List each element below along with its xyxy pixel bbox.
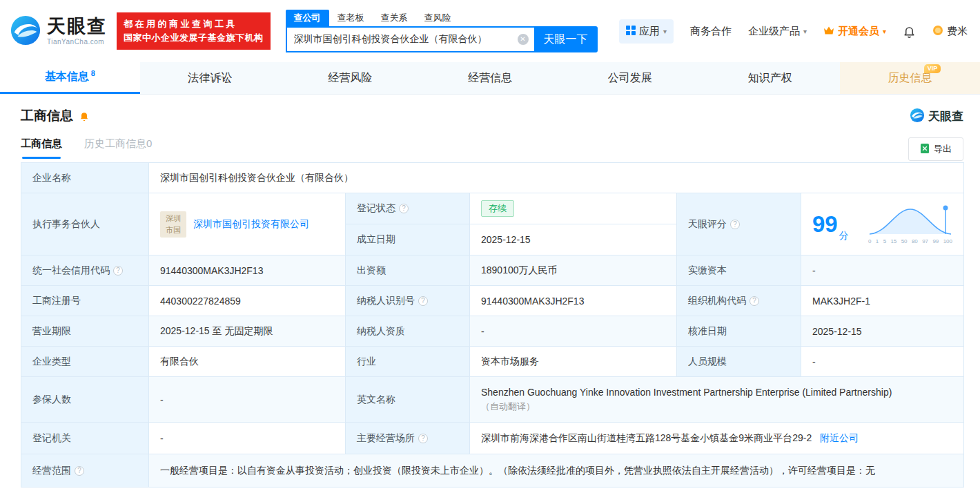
uscc-value: 91440300MAK3JH2F13 [149, 255, 346, 286]
slogan-line1: 都在用的商业查询工具 [124, 17, 264, 31]
notifications-bell-button[interactable] [903, 25, 916, 38]
company-nav-tabs: 基本信息 8 法律诉讼 经营风险 经营信息 公司发展 知识产权 历史信息 VIP [0, 62, 980, 95]
enterprise-products-menu[interactable]: 企业级产品 ▾ [748, 25, 807, 38]
vip-badge: VIP [924, 64, 941, 73]
table-row: 参保人数 - 英文名称 Shenzhen Guochuang Yinke Inn… [21, 377, 964, 423]
help-icon[interactable]: ? [399, 204, 409, 213]
tab-basic-info[interactable]: 基本信息 8 [0, 62, 140, 94]
tianyancha-logo[interactable]: 天眼查 TianYanCha.com [10, 15, 107, 48]
help-icon[interactable]: ? [730, 220, 740, 229]
export-button[interactable]: 导出 [908, 137, 963, 161]
table-row: 统一社会信用代码? 91440300MAK3JH2F13 出资额 1890100… [21, 255, 964, 286]
table-row: 登记机关 - 主要经营场所? 深圳市前海深港合作区南山街道桂湾五路128号基金小… [21, 423, 964, 454]
en-name-value: Shenzhen Guochuang Yinke Innovation Inve… [470, 377, 964, 423]
watermark-brand-name: 天眼查 [928, 108, 963, 124]
reg-status-label-text: 登记状态 [357, 202, 395, 213]
user-account-menu[interactable]: 费米 [932, 25, 968, 38]
slogan-badge: 都在用的商业查询工具 国家中小企业发展子基金旗下机构 [117, 12, 271, 50]
apps-grid-icon [626, 26, 636, 37]
partner-value: 深圳市国 深圳市国创引投资有限公司 [149, 193, 346, 255]
authority-value: - [149, 423, 346, 454]
paid-capital-value: - [801, 255, 964, 286]
logo-text: 天眼查 TianYanCha.com [47, 17, 107, 46]
help-icon[interactable]: ? [75, 466, 84, 476]
help-icon[interactable]: ? [113, 266, 123, 276]
table-row: 营业期限 2025-12-15 至 无固定期限 纳税人资质 - 核准日期 202… [21, 316, 964, 347]
approval-date-value: 2025-12-15 [801, 316, 964, 347]
taxpayer-quali-label: 纳税人资质 [346, 316, 470, 347]
search-area: 查公司 查老板 查关系 查风险 ✕ 天眼一下 [286, 10, 598, 52]
address-label-text: 主要经营场所 [357, 432, 415, 443]
en-name-label: 英文名称 [346, 377, 470, 423]
table-row: 工商注册号 440300227824859 纳税人识别号? 91440300MA… [21, 286, 964, 316]
table-row: 企业名称 深圳市国创引科创投资合伙企业（有限合伙） [21, 163, 964, 193]
open-vip-label: 开通会员 [838, 25, 879, 38]
company-type-value: 有限合伙 [149, 347, 346, 377]
search-input[interactable] [294, 34, 518, 45]
nearby-companies-link[interactable]: 附近公司 [820, 432, 859, 443]
apps-menu-button[interactable]: 应用 ▾ [619, 19, 674, 44]
subtab-history-business-info[interactable]: 历史工商信息0 [84, 137, 152, 159]
help-icon[interactable]: ? [749, 296, 759, 306]
reg-status-value: 存续 [470, 193, 677, 224]
subtabs-row: 工商信息 历史工商信息0 导出 [21, 137, 963, 161]
company-name-value: 深圳市国创引科创投资合伙企业（有限合伙） [149, 163, 964, 193]
uscc-label-text: 统一社会信用代码 [32, 264, 110, 276]
tab-intellectual-property[interactable]: 知识产权 [700, 62, 840, 94]
taxpayer-id-label: 纳税人识别号? [346, 286, 470, 316]
chevron-down-icon: ▾ [883, 28, 886, 35]
score-curve-chart: 0151550809799100 [868, 204, 952, 244]
brand-domain: TianYanCha.com [47, 38, 107, 46]
tab-company-development[interactable]: 公司发展 [560, 62, 700, 94]
brand-name: 天眼查 [47, 17, 107, 36]
paid-capital-label: 实缴资本 [677, 255, 801, 286]
search-button[interactable]: 天眼一下 [534, 26, 598, 52]
taxpayer-quali-value: - [470, 316, 677, 347]
partner-company-link[interactable]: 深圳市国创引投资有限公司 [193, 218, 309, 231]
approval-date-label: 核准日期 [677, 316, 801, 347]
search-bar: ✕ 天眼一下 [286, 26, 598, 52]
partner-company-logo: 深圳市国 [160, 211, 186, 238]
search-tab-company[interactable]: 查公司 [286, 10, 329, 26]
company-name-label: 企业名称 [21, 163, 149, 193]
chevron-down-icon: ▾ [663, 28, 667, 35]
subtab-business-info[interactable]: 工商信息 [21, 137, 62, 159]
address-value: 深圳市前海深港合作区南山街道桂湾五路128号基金小镇基金9米商业平台29-2 附… [470, 423, 964, 454]
search-tab-boss[interactable]: 查老板 [329, 10, 373, 26]
help-icon[interactable]: ? [418, 296, 428, 306]
est-date-label: 成立日期 [346, 224, 470, 255]
staff-size-label: 人员规模 [677, 347, 801, 377]
est-date-value: 2025-12-15 [470, 224, 677, 255]
tab-operation-risk[interactable]: 经营风险 [280, 62, 420, 94]
search-tab-relation[interactable]: 查关系 [373, 10, 416, 26]
score-label-text: 天眼评分 [688, 218, 727, 229]
table-row: 执行事务合伙人 深圳市国 深圳市国创引投资有限公司 登记状态? 存续 天眼评分?… [21, 193, 964, 224]
subscribe-bell-button[interactable] [79, 110, 90, 122]
tab-history-info[interactable]: 历史信息 VIP [840, 62, 980, 94]
org-code-value: MAK3JH2F-1 [801, 286, 964, 316]
reg-no-label: 工商注册号 [21, 286, 149, 316]
watermark-logo: 天眼查 [910, 108, 963, 125]
help-icon[interactable]: ? [418, 434, 428, 443]
auto-translate-note: （自动翻译） [481, 400, 952, 413]
capital-label: 出资额 [346, 255, 470, 286]
tab-basic-info-count: 8 [91, 69, 95, 77]
address-label: 主要经营场所? [346, 423, 470, 454]
score-number: 99 [812, 213, 838, 235]
search-tab-risk[interactable]: 查风险 [416, 10, 460, 26]
page-header: 天眼查 TianYanCha.com 都在用的商业查询工具 国家中小企业发展子基… [0, 0, 980, 62]
open-vip-button[interactable]: 开通会员 ▾ [823, 25, 886, 38]
header-menu: 应用 ▾ 商务合作 企业级产品 ▾ 开通会员 ▾ 费米 [619, 19, 968, 44]
user-coin-icon [932, 25, 943, 38]
insured-label: 参保人数 [21, 377, 149, 423]
industry-label: 行业 [346, 347, 470, 377]
business-cooperation-link[interactable]: 商务合作 [690, 25, 732, 38]
logo-swirl-icon [10, 15, 41, 48]
tab-basic-info-label: 基本信息 [45, 70, 89, 84]
term-label: 营业期限 [21, 316, 149, 347]
clear-input-icon[interactable]: ✕ [518, 34, 529, 45]
tab-operation-info[interactable]: 经营信息 [420, 62, 560, 94]
tab-legal-litigation[interactable]: 法律诉讼 [140, 62, 280, 94]
section-title: 工商信息 [21, 107, 73, 125]
org-code-label-text: 组织机构代码 [688, 295, 746, 306]
